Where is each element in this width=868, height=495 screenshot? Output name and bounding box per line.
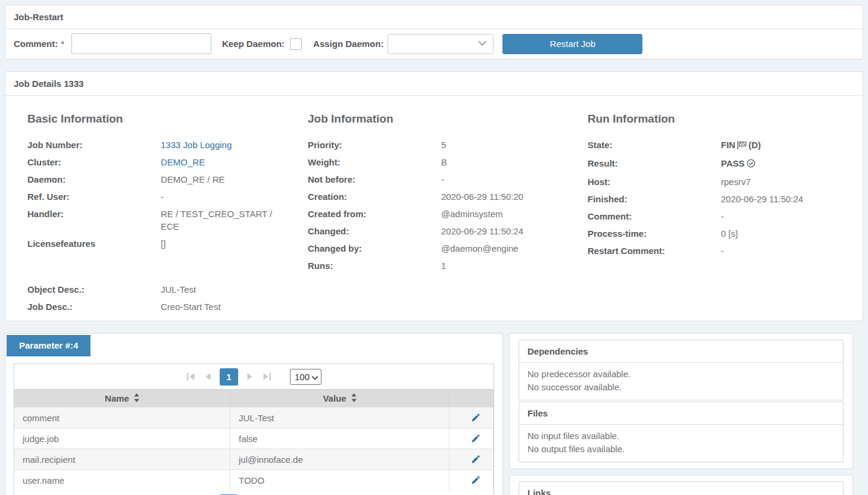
edit-icon[interactable] (471, 476, 480, 485)
job-information-section: Job Information Priority: 5 Weight: B No… (308, 112, 588, 318)
comment-input[interactable] (71, 33, 211, 54)
required-marker: * (61, 39, 64, 49)
restart-job-button[interactable]: Restart Job (502, 34, 642, 54)
comment-label: Comment: (14, 39, 58, 49)
restart-comment-row: Restart Comment: - (588, 245, 851, 257)
job-details-panel: Job Details 1333 Basic Information Job N… (5, 71, 863, 321)
no-successor-text: No successor available. (527, 381, 835, 394)
keep-daemon-label: Keep Daemon: (222, 39, 285, 49)
licensefeatures-row: Licensefeatures [] (27, 237, 308, 250)
no-output-files-text: No output files available. (527, 443, 835, 456)
assign-daemon-label: Assign Daemon: (313, 39, 383, 49)
runs-row: Runs: 1 (308, 259, 588, 272)
dependencies-title: Dependencies (519, 340, 843, 363)
state-row: State: FIN(D) (588, 139, 851, 152)
links-card: Links (519, 481, 844, 495)
job-details-title: Job Details 1333 (5, 72, 863, 96)
parameter-panel: Parameter #:4 1 100 (5, 333, 503, 495)
table-row: mail.recipient jul@innoface.de (14, 449, 494, 469)
cluster-row: Cluster: DEMO_RE (27, 156, 308, 168)
files-body: No input files available. No output file… (519, 425, 843, 462)
tab-parameter[interactable]: Parameter #:4 (7, 335, 90, 356)
page-size-select[interactable]: 100 (290, 369, 321, 385)
files-title: Files (519, 402, 843, 425)
changed-row: Changed: 2020-06-29 11:50:24 (308, 225, 588, 237)
first-page-icon[interactable] (186, 372, 195, 381)
job-information-heading: Job Information (308, 112, 588, 126)
no-predecessor-text: No predecessor available. (527, 368, 835, 381)
object-desc-row: Object Desc.: JUL-Test (27, 283, 308, 296)
handler-row: Handler: RE / TEST_CREO_START / ECE (27, 208, 308, 233)
pagination-top: 1 100 (14, 364, 494, 389)
parameter-body: 1 100 Name Value (5, 356, 502, 495)
prev-page-icon[interactable] (204, 372, 211, 381)
run-comment-row: Comment: - (588, 210, 851, 223)
not-before-row: Not before: - (308, 173, 588, 186)
result-value: PASS (721, 157, 833, 171)
chevron-down-icon (477, 39, 487, 49)
job-details-body: Basic Information Job Number: 1333 Job L… (5, 96, 863, 318)
changed-by-row: Changed by: @daemon@engine (308, 242, 588, 255)
dependencies-card: Dependencies No predecessor available. N… (519, 340, 844, 400)
no-input-files-text: No input files available. (527, 430, 835, 443)
edit-icon[interactable] (471, 455, 480, 464)
dependencies-files-box: Dependencies No predecessor available. N… (509, 333, 853, 469)
column-header-value[interactable]: Value (230, 390, 449, 407)
daemon-row: Daemon: DEMO_RE / RE (27, 173, 308, 186)
finish-flag-icon (737, 141, 747, 151)
job-restart-form: Comment: * Keep Daemon: Assign Daemon: R… (5, 29, 863, 59)
job-restart-title: Job-Restart (5, 5, 863, 29)
sort-icon (351, 393, 357, 404)
cluster-link[interactable]: DEMO_RE (161, 156, 290, 168)
finished-row: Finished: 2020-06-29 11:50:24 (588, 193, 851, 205)
state-value: FIN(D) (721, 139, 833, 152)
weight-row: Weight: B (308, 156, 588, 168)
edit-icon[interactable] (471, 434, 480, 443)
run-information-heading: Run Information (588, 112, 851, 126)
chevron-down-icon (312, 372, 318, 382)
links-title: Links (519, 482, 843, 495)
parameter-table: 1 100 Name Value (14, 364, 494, 495)
table-row: comment JUL-Test (14, 407, 494, 428)
run-information-section: Run Information State: FIN(D) Result: PA… (588, 112, 851, 318)
parameter-tab-row: Parameter #:4 (5, 334, 502, 356)
job-restart-panel: Job-Restart Comment: * Keep Daemon: Assi… (5, 5, 863, 59)
basic-information-heading: Basic Information (27, 112, 308, 126)
column-header-actions (449, 390, 494, 407)
next-page-icon[interactable] (246, 372, 254, 381)
job-number-link[interactable]: 1333 Job Logging (161, 139, 290, 151)
priority-row: Priority: 5 (308, 139, 588, 151)
column-header-name[interactable]: Name (14, 390, 230, 407)
sort-icon (134, 393, 139, 404)
created-from-row: Created from: @adminsystem (308, 208, 588, 220)
links-box: Links (509, 475, 853, 495)
parameter-table-header: Name Value (14, 389, 494, 407)
ref-user-row: Ref. User: - (27, 190, 308, 203)
host-row: Host: rpesrv7 (588, 176, 851, 188)
edit-icon[interactable] (471, 413, 480, 422)
job-number-row: Job Number: 1333 Job Logging (27, 139, 308, 151)
basic-information-section: Basic Information Job Number: 1333 Job L… (27, 112, 308, 318)
keep-daemon-checkbox[interactable] (290, 38, 302, 50)
last-page-icon[interactable] (263, 372, 271, 381)
result-row: Result: PASS (588, 157, 851, 171)
files-card: Files No input files available. No outpu… (519, 402, 844, 462)
right-column: Dependencies No predecessor available. N… (509, 333, 853, 495)
check-circle-icon (747, 159, 755, 170)
table-row: judge.job false (14, 428, 494, 449)
pagination-bottom: 1 100 (14, 490, 494, 495)
creation-row: Creation: 2020-06-29 11:50:20 (308, 190, 588, 203)
process-time-row: Process-time: 0 [s] (588, 227, 851, 240)
current-page-button[interactable]: 1 (220, 368, 238, 386)
table-row: user.name TODO (14, 469, 494, 490)
dependencies-body: No predecessor available. No successor a… (519, 363, 843, 400)
assign-daemon-select[interactable] (388, 34, 494, 54)
job-desc-row: Job Desc.: Creo-Start Test (27, 300, 308, 313)
